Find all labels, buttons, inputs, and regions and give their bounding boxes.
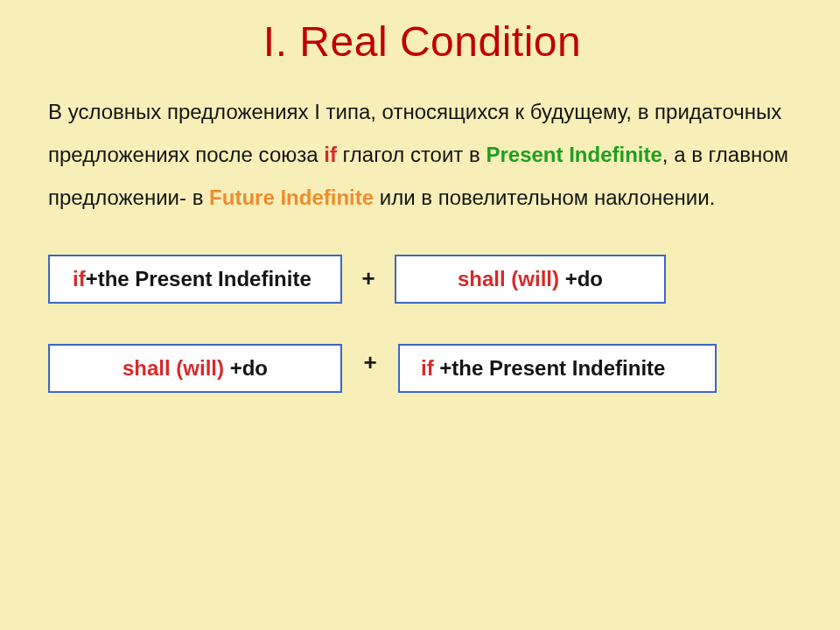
box2-rest: +do bbox=[565, 267, 603, 290]
box-shall-will-2: shall (will) +do bbox=[48, 344, 342, 393]
box-if-present-2: if +the Present Indefinite bbox=[398, 344, 717, 393]
box4-if: if bbox=[421, 356, 439, 380]
keyword-future-indefinite: Future Indefinite bbox=[209, 186, 374, 209]
box1-if: if bbox=[73, 267, 86, 290]
box3-main: shall (will) bbox=[122, 356, 230, 380]
keyword-present-indefinite: Present Indefinite bbox=[486, 143, 662, 166]
description-paragraph: В условных предложениях I типа, относящи… bbox=[48, 90, 796, 220]
slide-root: I. Real Condition В условных предложения… bbox=[0, 0, 840, 630]
box4-rest: +the Present Indefinite bbox=[439, 356, 665, 380]
plus-icon: + bbox=[342, 265, 395, 292]
slide-title: I. Real Condition bbox=[48, 18, 796, 66]
box-if-present-1: if+the Present Indefinite bbox=[48, 255, 342, 304]
plus-icon: + bbox=[342, 349, 398, 376]
box-shall-will-1: shall (will) +do bbox=[395, 255, 666, 304]
formula-row-2: shall (will) +do + if +the Present Indef… bbox=[48, 344, 796, 393]
box1-rest: +the Present Indefinite bbox=[86, 267, 312, 290]
box3-rest: +do bbox=[230, 356, 268, 380]
box2-main: shall (will) bbox=[458, 267, 565, 290]
desc-text-4: или в повелительном наклонении. bbox=[374, 186, 715, 209]
desc-text-2: глагол стоит в bbox=[343, 143, 486, 166]
keyword-if: if bbox=[324, 143, 337, 166]
formula-row-1: if+the Present Indefinite + shall (will)… bbox=[48, 255, 796, 304]
